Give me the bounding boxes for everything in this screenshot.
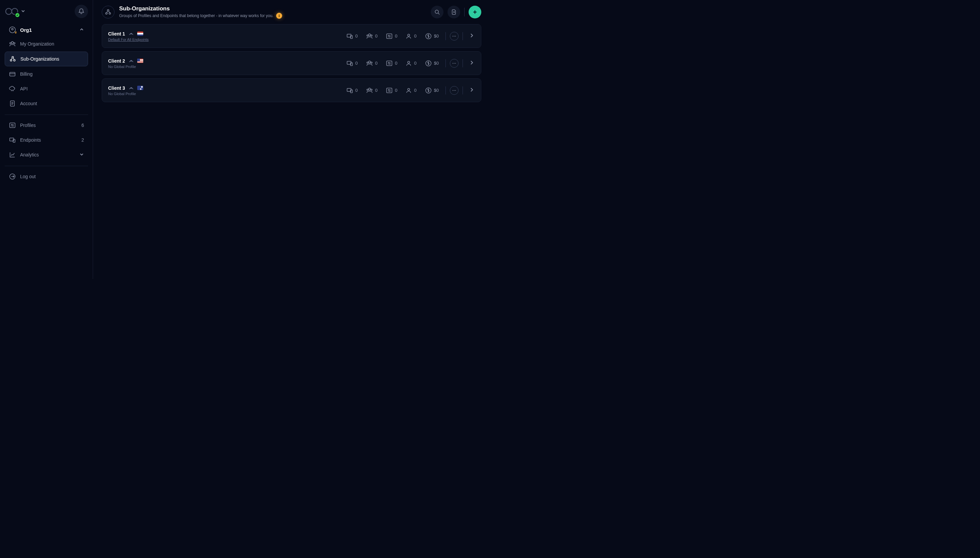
nav-profiles[interactable]: Profiles 6: [5, 118, 88, 132]
svg-rect-40: [386, 61, 392, 66]
svg-point-19: [106, 13, 108, 15]
client-subtitle[interactable]: Default For All Endpoints: [108, 38, 344, 41]
flag-icon: [137, 31, 143, 36]
nav-label: My Organization: [20, 41, 84, 46]
sidebar-topbar: [0, 0, 93, 23]
nav-logout[interactable]: Log out: [5, 169, 88, 184]
more-button[interactable]: [450, 32, 458, 41]
svg-point-13: [11, 124, 12, 125]
logo-dropdown[interactable]: [5, 6, 25, 17]
svg-point-21: [435, 10, 438, 13]
status-badge-online: [15, 12, 20, 18]
chevron-right-icon: [469, 60, 474, 65]
cloud-icon: [9, 85, 16, 92]
stat-endpoints: 0: [344, 33, 360, 40]
sliders-icon: [9, 121, 16, 129]
stat-endpoints: 0: [344, 60, 360, 67]
svg-point-51: [367, 89, 368, 90]
chart-icon: [9, 151, 16, 158]
nav-billing[interactable]: Billing: [5, 67, 88, 81]
svg-rect-27: [386, 34, 392, 39]
divider: [463, 32, 463, 40]
chevron-right-icon: [469, 87, 474, 92]
nav-endpoints[interactable]: Endpoints 2: [5, 133, 88, 147]
client-row[interactable]: Client 3 No Global Profile 0 0 0 0 $0: [102, 79, 481, 102]
export-button[interactable]: [448, 6, 460, 18]
client-list: Client 1 Default For All Endpoints 0 0 0…: [93, 24, 490, 102]
more-button[interactable]: [450, 86, 458, 95]
more-button[interactable]: [450, 59, 458, 68]
org-name: Org1: [20, 27, 32, 33]
svg-point-32: [453, 36, 453, 36]
stat-profiles: 0: [383, 87, 400, 94]
users-group-icon: [105, 8, 112, 16]
dollar-icon: [425, 60, 432, 67]
svg-point-30: [408, 34, 410, 36]
svg-point-43: [408, 61, 410, 63]
add-button[interactable]: [469, 6, 481, 18]
svg-point-24: [368, 34, 370, 36]
notifications-button[interactable]: [75, 5, 88, 18]
svg-rect-53: [386, 88, 392, 93]
stat-groups: 0: [363, 33, 380, 40]
open-button[interactable]: [467, 87, 476, 94]
svg-point-46: [454, 63, 455, 64]
svg-point-8: [10, 60, 12, 61]
client-subtitle: No Global Profile: [108, 92, 344, 96]
nav-section-footer: Log out: [0, 169, 93, 184]
devices-icon: [346, 87, 353, 94]
divider: [445, 32, 446, 40]
info-icon[interactable]: i: [276, 13, 282, 19]
open-button[interactable]: [467, 60, 476, 66]
nav-section-resources: Profiles 6 Endpoints 2 Analytics: [0, 118, 93, 162]
devices-icon: [9, 136, 16, 144]
broadcast-icon: [129, 57, 134, 64]
stat-profiles: 0: [383, 33, 400, 40]
svg-point-28: [388, 35, 389, 36]
divider: [445, 86, 446, 94]
card-icon: [9, 71, 16, 78]
flag-icon: [137, 59, 143, 63]
svg-point-3: [12, 28, 13, 30]
bell-icon: [78, 8, 85, 15]
svg-point-39: [371, 62, 372, 63]
nav-analytics[interactable]: Analytics: [5, 148, 88, 162]
sliders-icon: [386, 87, 393, 94]
flag-icon: [137, 86, 143, 90]
nav-my-organization[interactable]: My Organization: [5, 37, 88, 51]
open-button[interactable]: [467, 33, 476, 39]
svg-point-34: [455, 36, 456, 36]
brand-logo: [5, 6, 19, 17]
nav-api[interactable]: API: [5, 82, 88, 96]
chevron-down-icon: [79, 152, 84, 158]
svg-point-25: [367, 35, 368, 36]
divider: [463, 86, 463, 94]
dots-icon: [452, 34, 456, 39]
users-icon: [9, 40, 16, 48]
stat-users: 0: [402, 33, 419, 39]
devices-icon: [346, 60, 353, 67]
devices-icon: [346, 33, 353, 40]
search-button[interactable]: [431, 6, 443, 18]
sliders-icon: [386, 33, 393, 40]
org-row[interactable]: ♛ Org1: [5, 23, 88, 37]
chevron-down-icon: [21, 9, 25, 15]
stat-groups: 0: [363, 60, 380, 67]
client-name: Client 1: [108, 31, 125, 36]
stat-users: 0: [402, 87, 419, 94]
svg-point-60: [455, 90, 456, 91]
nav-sub-organizations[interactable]: Sub-Organizations: [5, 52, 88, 66]
client-row[interactable]: Client 2 No Global Profile 0 0 0 0 $0: [102, 51, 481, 75]
client-row[interactable]: Client 1 Default For All Endpoints 0 0 0…: [102, 24, 481, 48]
svg-point-59: [454, 90, 455, 91]
nav-label: API: [20, 86, 84, 92]
svg-rect-12: [10, 123, 15, 128]
divider: [464, 8, 465, 16]
export-icon: [451, 9, 457, 15]
stat-cost: $0: [422, 87, 442, 94]
nav-account[interactable]: Account: [5, 97, 88, 110]
stat-profiles: 0: [383, 60, 400, 67]
nav-label: Billing: [20, 71, 84, 77]
svg-point-55: [389, 90, 391, 92]
user-icon: [405, 87, 412, 94]
